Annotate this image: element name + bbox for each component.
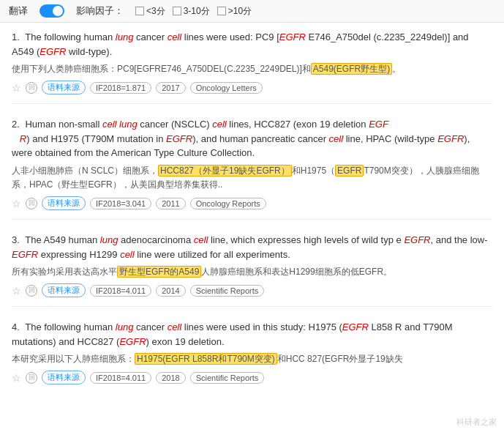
result-item-3: 3. The A549 human lung adenocarcinoma ce…: [12, 233, 492, 307]
result-4-meta: ☆ 回 语料来源 IF2018=4.011 2018 Scientific Re…: [12, 371, 492, 384]
result-4-highlight: H1975(EGFR L858R和T790M突变): [135, 353, 277, 365]
star-icon-1[interactable]: ☆: [12, 82, 21, 94]
result-1-num: 1.: [12, 31, 20, 42]
result-1-highlight: A549(EGFR野生型): [311, 63, 392, 75]
circle-icon-4[interactable]: 回: [26, 372, 37, 384]
if-tag-4: IF2018=4.011: [90, 372, 151, 384]
result-2-en: 2. Human non-small cell lung cancer (NSC…: [12, 117, 492, 160]
result-4-zh: 本研究采用以下人肺癌细胞系：H1975(EGFR L858R和T790M突变)和…: [12, 352, 492, 366]
circle-icon-1[interactable]: 回: [26, 82, 37, 94]
checkbox-gt10[interactable]: [217, 7, 226, 15]
checkbox-3to10[interactable]: [173, 7, 181, 15]
source-tag-3[interactable]: 语料来源: [42, 283, 86, 297]
filter-3to10[interactable]: 3-10分: [173, 5, 210, 18]
result-3-en: 3. The A549 human lung adenocarcinoma ce…: [12, 233, 492, 261]
filter-label: 影响因子：: [76, 4, 124, 18]
if-tag-1: IF2018=1.871: [90, 82, 151, 94]
filter-lt3[interactable]: <3分: [135, 5, 165, 18]
result-1-meta: ☆ 回 语料来源 IF2018=1.871 2017 Oncology Lett…: [12, 81, 492, 94]
watermark: 科研者之家: [456, 417, 497, 428]
star-icon-3[interactable]: ☆: [12, 285, 21, 297]
checkbox-lt3[interactable]: [135, 7, 144, 15]
translate-label: 翻译: [9, 4, 28, 18]
year-tag-1: 2017: [156, 82, 185, 94]
filter-gt10-label: >10分: [228, 5, 252, 18]
result-item-1: 1. The following human lung cancer cell …: [12, 30, 492, 104]
journal-tag-3: Scientific Reports: [190, 285, 265, 297]
year-tag-2: 2011: [156, 198, 185, 209]
journal-tag-2: Oncology Reports: [190, 198, 266, 209]
source-tag-1[interactable]: 语料来源: [42, 81, 86, 94]
star-icon-2[interactable]: ☆: [12, 198, 21, 209]
result-item-4: 4. The following human lung cancer cell …: [12, 320, 492, 393]
main-content: 1. The following human lung cancer cell …: [0, 23, 504, 414]
circle-icon-2[interactable]: 回: [26, 198, 37, 209]
result-4-num: 4.: [12, 321, 20, 332]
filter-3to10-label: 3-10分: [184, 5, 210, 18]
result-2-num: 2.: [12, 119, 20, 130]
filter-gt10[interactable]: >10分: [217, 5, 252, 18]
star-icon-4[interactable]: ☆: [12, 372, 21, 384]
source-tag-4[interactable]: 语料来源: [42, 371, 86, 384]
year-tag-3: 2014: [156, 285, 185, 297]
if-tag-3: IF2018=4.011: [90, 285, 151, 297]
top-bar: 翻译 影响因子： <3分 3-10分 >10分: [0, 0, 504, 23]
journal-tag-4: Scientific Reports: [190, 372, 265, 384]
circle-icon-3[interactable]: 回: [26, 285, 37, 297]
result-1-en: 1. The following human lung cancer cell …: [12, 30, 492, 59]
result-2-highlight2: EGFR: [335, 165, 364, 176]
filter-lt3-label: <3分: [146, 5, 165, 18]
if-tag-2: IF2018=3.041: [90, 198, 151, 209]
result-4-en: 4. The following human lung cancer cell …: [12, 320, 492, 349]
year-tag-4: 2018: [156, 372, 185, 384]
result-3-highlight: 野生型EGFR的A549: [117, 266, 201, 278]
source-tag-2[interactable]: 语料来源: [42, 196, 86, 210]
result-2-highlight1: HCC827（外显子19缺失EGFR）: [158, 165, 292, 176]
result-2-zh: 人非小细胞肺癌（N SCLC）细胞系，HCC827（外显子19缺失EGFR）和H…: [12, 164, 492, 192]
result-3-num: 3.: [12, 234, 20, 245]
filter-group: <3分 3-10分 >10分: [135, 5, 252, 18]
journal-tag-1: Oncology Letters: [190, 82, 263, 94]
result-1-zh: 使用下列人类肺癌细胞系：PC9[EGFRE746_A750DEL(C.2235_…: [12, 62, 492, 76]
result-3-meta: ☆ 回 语料来源 IF2018=4.011 2014 Scientific Re…: [12, 283, 492, 297]
result-2-meta: ☆ 回 语料来源 IF2018=3.041 2011 Oncology Repo…: [12, 196, 492, 210]
translate-toggle[interactable]: [40, 4, 64, 18]
result-item-2: 2. Human non-small cell lung cancer (NSC…: [12, 117, 492, 220]
result-3-zh: 所有实验均采用表达高水平野生型EGFR的A549人肺腺癌细胞系和表达H1299细…: [12, 265, 492, 279]
